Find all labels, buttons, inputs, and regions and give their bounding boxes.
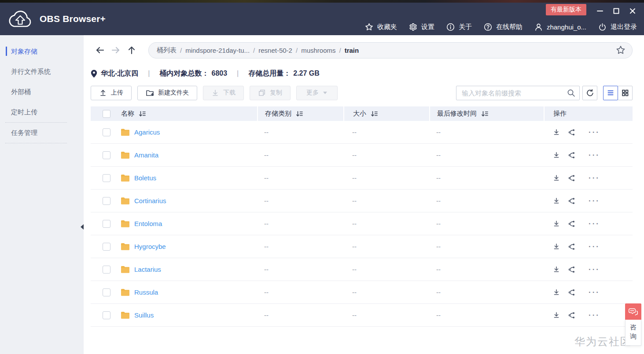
- row-share-icon[interactable]: [568, 174, 576, 182]
- row-share-icon[interactable]: [568, 266, 576, 274]
- sort-icon[interactable]: [371, 110, 378, 117]
- row-checkbox[interactable]: [103, 220, 110, 228]
- row-more-icon[interactable]: ···: [589, 311, 600, 320]
- grid-view-button[interactable]: [618, 86, 633, 100]
- row-checkbox[interactable]: [103, 197, 110, 205]
- search-icon[interactable]: [567, 89, 575, 97]
- size-cell: --: [343, 281, 429, 303]
- more-button[interactable]: 更多: [296, 86, 338, 100]
- sidebar-item-label: 任务管理: [11, 129, 37, 137]
- menu-item-label: 退出登录: [611, 23, 637, 31]
- name-cell: Cortinarius: [91, 190, 257, 212]
- row-more-icon[interactable]: ···: [589, 219, 600, 228]
- menu-item-power[interactable]: 退出登录: [598, 23, 637, 31]
- breadcrumb-segment[interactable]: mushrooms: [301, 47, 335, 54]
- new-folder-button[interactable]: 新建文件夹: [137, 86, 197, 100]
- row-download-icon[interactable]: [552, 311, 560, 319]
- row-checkbox[interactable]: [103, 243, 110, 251]
- object-folder-link[interactable]: Hygrocybe: [134, 243, 166, 250]
- sidebar-items: 对象存储并行文件系统外部桶定时上传任务管理: [0, 41, 84, 143]
- download-button[interactable]: 下载: [203, 86, 244, 100]
- name-cell: Boletus: [91, 167, 257, 189]
- sidebar-item-并行文件系统[interactable]: 并行文件系统: [0, 62, 84, 82]
- consult-label-char: 询: [630, 332, 637, 341]
- menu-item-label: 设置: [421, 23, 434, 31]
- sidebar-item-对象存储[interactable]: 对象存储: [0, 41, 84, 62]
- row-share-icon[interactable]: [568, 220, 576, 228]
- row-download-icon[interactable]: [552, 288, 560, 296]
- window-controls: [596, 7, 637, 15]
- row-download-icon[interactable]: [552, 151, 560, 159]
- row-download-icon[interactable]: [552, 197, 560, 205]
- row-share-icon[interactable]: [568, 311, 576, 319]
- sidebar-item-任务管理[interactable]: 任务管理: [0, 123, 84, 143]
- row-checkbox[interactable]: [103, 266, 110, 274]
- row-share-icon[interactable]: [568, 243, 576, 251]
- menu-item-user[interactable]: zhanghui_o...: [534, 23, 586, 31]
- row-checkbox[interactable]: [103, 174, 110, 182]
- row-checkbox[interactable]: [103, 128, 110, 136]
- breadcrumb-segment[interactable]: 桶列表: [157, 46, 177, 55]
- sort-icon[interactable]: [481, 110, 489, 117]
- copy-button[interactable]: 复制: [250, 86, 291, 100]
- titlebar-menu: 收藏夹设置关于在线帮助zhanghui_o...退出登录: [365, 23, 637, 31]
- object-folder-link[interactable]: Boletus: [134, 174, 156, 182]
- row-more-icon[interactable]: ···: [589, 151, 600, 160]
- menu-item-gear[interactable]: 设置: [409, 23, 434, 31]
- favorite-star-icon[interactable]: [616, 45, 626, 55]
- menu-item-info[interactable]: 关于: [446, 23, 472, 31]
- row-checkbox[interactable]: [103, 311, 110, 319]
- row-checkbox[interactable]: [103, 151, 110, 159]
- object-folder-link[interactable]: Lactarius: [134, 266, 161, 273]
- modified-cell: --: [429, 190, 544, 212]
- sort-icon[interactable]: [296, 110, 303, 117]
- sort-icon[interactable]: [139, 110, 146, 117]
- row-more-icon[interactable]: ···: [589, 242, 600, 251]
- row-download-icon[interactable]: [552, 220, 560, 228]
- back-button[interactable]: [94, 44, 106, 56]
- chevron-down-icon: [323, 91, 328, 95]
- close-button[interactable]: [628, 7, 637, 15]
- list-view-button[interactable]: [603, 86, 618, 100]
- maximize-button[interactable]: [612, 7, 621, 15]
- sidebar-item-定时上传[interactable]: 定时上传: [0, 102, 84, 122]
- upload-button[interactable]: 上传: [91, 86, 132, 100]
- breadcrumb-segment[interactable]: mindspore-21day-tu...: [185, 47, 250, 54]
- update-available-badge[interactable]: 有最新版本: [546, 4, 586, 15]
- forward-button[interactable]: [110, 44, 121, 56]
- folder-icon: [121, 128, 130, 136]
- row-share-icon[interactable]: [568, 197, 576, 205]
- row-share-icon[interactable]: [568, 128, 576, 136]
- chat-button[interactable]: [625, 303, 641, 320]
- object-folder-link[interactable]: Suillus: [134, 311, 154, 319]
- row-download-icon[interactable]: [552, 128, 560, 136]
- row-more-icon[interactable]: ···: [589, 288, 600, 297]
- download-icon: [211, 89, 219, 97]
- search-input[interactable]: [456, 86, 580, 100]
- minimize-button[interactable]: [596, 7, 604, 15]
- row-download-icon[interactable]: [552, 266, 560, 274]
- refresh-button[interactable]: [582, 86, 597, 100]
- select-all-checkbox[interactable]: [103, 110, 110, 118]
- row-checkbox[interactable]: [103, 288, 110, 296]
- consult-button[interactable]: 咨询: [625, 320, 641, 346]
- row-more-icon[interactable]: ···: [589, 174, 600, 182]
- object-folder-link[interactable]: Amanita: [134, 151, 158, 159]
- row-share-icon[interactable]: [568, 151, 576, 159]
- object-folder-link[interactable]: Cortinarius: [134, 197, 166, 204]
- row-more-icon[interactable]: ···: [589, 265, 600, 274]
- breadcrumb-segment[interactable]: resnet-50-2: [258, 47, 292, 54]
- row-share-icon[interactable]: [568, 288, 576, 296]
- column-header-3: 大小: [343, 106, 429, 121]
- up-button[interactable]: [126, 44, 137, 56]
- menu-item-help[interactable]: 在线帮助: [484, 23, 523, 31]
- sidebar-item-外部桶[interactable]: 外部桶: [0, 82, 84, 102]
- object-folder-link[interactable]: Russula: [134, 288, 158, 296]
- row-more-icon[interactable]: ···: [589, 128, 600, 137]
- object-folder-link[interactable]: Agaricus: [134, 128, 160, 136]
- menu-item-star[interactable]: 收藏夹: [365, 23, 397, 31]
- row-download-icon[interactable]: [552, 174, 560, 182]
- row-more-icon[interactable]: ···: [589, 197, 600, 205]
- object-folder-link[interactable]: Entoloma: [134, 220, 162, 227]
- row-download-icon[interactable]: [552, 243, 560, 251]
